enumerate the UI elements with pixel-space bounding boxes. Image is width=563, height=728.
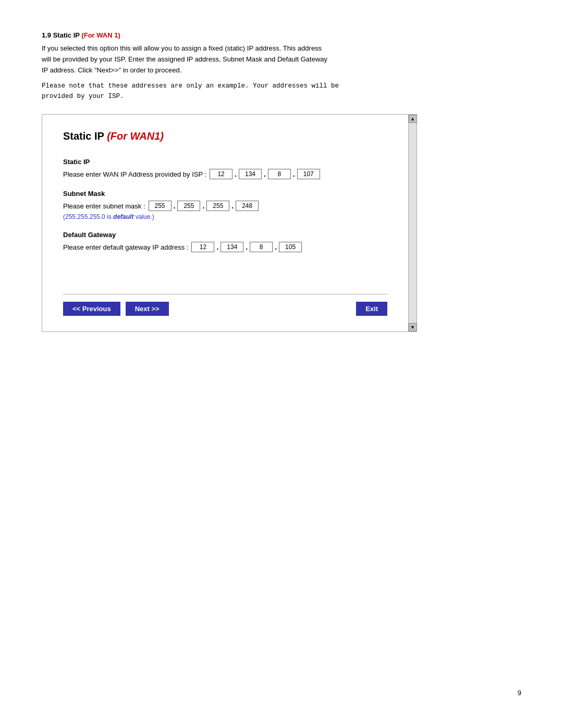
gateway-dot2: . xyxy=(246,243,248,251)
default-note-em: default xyxy=(113,213,133,220)
static-ip-dot2: . xyxy=(264,170,266,178)
wizard-title-normal: Static IP xyxy=(63,130,107,142)
subnet-octet4[interactable] xyxy=(236,201,259,211)
default-gateway-row: Please enter default gateway IP address … xyxy=(63,242,387,252)
gateway-octet1[interactable] xyxy=(191,242,214,252)
gateway-dot3: . xyxy=(275,243,277,251)
note-line-2: provided by your ISP. xyxy=(42,93,124,100)
subnet-mask-row: Please enter subnet mask : . . . xyxy=(63,201,387,211)
default-gateway-section: Default Gateway Please enter default gat… xyxy=(63,231,387,252)
heading-red-text: (For WAN 1) xyxy=(81,31,120,39)
static-ip-dot3: . xyxy=(293,170,295,178)
scrollbar[interactable]: ▲ ▼ xyxy=(408,115,417,331)
static-ip-row-label: Please enter WAN IP Address provided by … xyxy=(63,170,206,178)
page-number: 9 xyxy=(518,689,521,697)
subnet-octet2[interactable] xyxy=(177,201,200,211)
subnet-dot1: . xyxy=(174,202,176,210)
scrollbar-down-button[interactable]: ▼ xyxy=(409,323,417,331)
gateway-octet3[interactable] xyxy=(250,242,273,252)
subnet-mask-label: Subnet Mask xyxy=(63,190,387,198)
subnet-octet3[interactable] xyxy=(206,201,229,211)
intro-line-1: If you selected this option this will al… xyxy=(42,44,322,52)
static-ip-octet2[interactable] xyxy=(239,169,262,179)
static-ip-dot1: . xyxy=(235,170,237,178)
intro-line-2: will be provided by your ISP. Enter the … xyxy=(42,55,327,63)
subnet-dot2: . xyxy=(202,202,204,210)
default-note: (255.255.255.0 is default value.) xyxy=(63,213,387,220)
divider xyxy=(63,294,387,294)
gateway-dot1: . xyxy=(216,243,218,251)
gateway-octet2[interactable] xyxy=(221,242,243,252)
wizard-inner: Static IP (For WAN1) Static IP Please en… xyxy=(42,115,408,331)
static-ip-octet3[interactable] xyxy=(268,169,291,179)
exit-button[interactable]: Exit xyxy=(356,302,387,316)
default-note-pre: (255.255.255.0 is xyxy=(63,213,113,220)
static-ip-section: Static IP Please enter WAN IP Address pr… xyxy=(63,158,387,179)
previous-button[interactable]: << Previous xyxy=(63,302,120,316)
static-ip-octet4[interactable] xyxy=(297,169,320,179)
gateway-octet4[interactable] xyxy=(279,242,302,252)
next-button[interactable]: Next >> xyxy=(126,302,169,316)
heading-text: 1.9 Static IP xyxy=(42,31,81,39)
wizard-title-red: (For WAN1) xyxy=(107,130,164,142)
spacer xyxy=(63,263,387,283)
subnet-dot3: . xyxy=(231,202,234,210)
subnet-mask-row-label: Please enter subnet mask : xyxy=(63,202,145,210)
subnet-mask-section: Subnet Mask Please enter subnet mask : .… xyxy=(63,190,387,220)
static-ip-octet1[interactable] xyxy=(210,169,232,179)
intro-paragraph: If you selected this option this will al… xyxy=(42,43,521,76)
default-note-post: value.) xyxy=(133,213,154,220)
wizard-title: Static IP (For WAN1) xyxy=(63,130,387,142)
button-row: << Previous Next >> Exit xyxy=(63,302,387,321)
gateway-row-label: Please enter default gateway IP address … xyxy=(63,243,188,251)
note-paragraph: Please note that these addresses are onl… xyxy=(42,81,521,102)
static-ip-label: Static IP xyxy=(63,158,387,166)
default-gateway-label: Default Gateway xyxy=(63,231,387,239)
wizard-box: ▲ ▼ Static IP (For WAN1) Static IP Pleas… xyxy=(42,114,417,332)
static-ip-row: Please enter WAN IP Address provided by … xyxy=(63,169,387,179)
subnet-octet1[interactable] xyxy=(149,201,172,211)
scrollbar-up-button[interactable]: ▲ xyxy=(409,115,417,123)
intro-line-3: IP address. Click "Next>>" in order to p… xyxy=(42,66,181,74)
section-heading: 1.9 Static IP (For WAN 1) xyxy=(42,31,521,39)
note-line-1: Please note that these addresses are onl… xyxy=(42,82,339,90)
